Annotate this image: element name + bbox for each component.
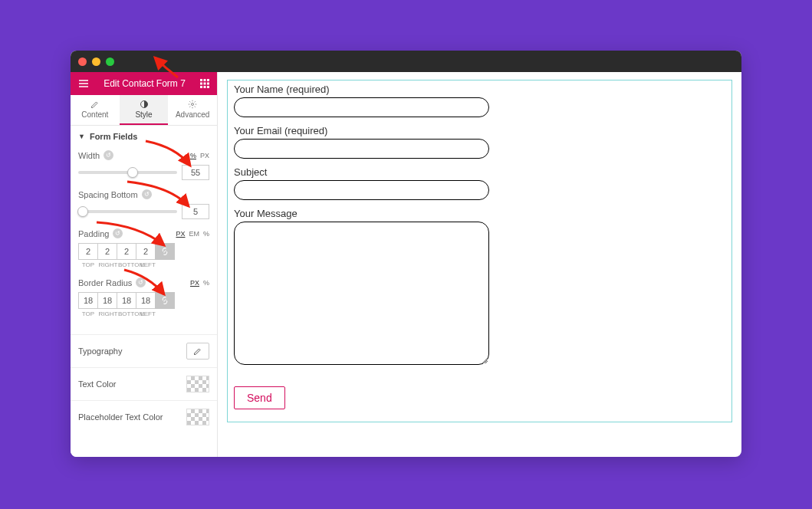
svg-rect-5 xyxy=(207,83,209,85)
reset-icon[interactable]: ↺ xyxy=(142,189,152,199)
sub-top: TOP xyxy=(78,261,98,268)
svg-rect-1 xyxy=(204,79,206,81)
edit-typography-button[interactable] xyxy=(186,343,209,360)
tab-label: Style xyxy=(135,110,152,119)
preview-area: ‹ Your Name (required) Your Email (requi… xyxy=(218,72,741,457)
editor-sidebar: Edit Contact Form 7 Content Style Advanc… xyxy=(71,72,218,457)
unit-percent[interactable]: % xyxy=(203,230,209,238)
panel-tabs: Content Style Advanced xyxy=(71,95,217,126)
field-label-message: Your Message xyxy=(234,208,725,219)
caret-down-icon: ▼ xyxy=(78,133,85,140)
unit-px[interactable]: PX xyxy=(190,279,199,287)
name-input[interactable] xyxy=(234,97,489,117)
svg-rect-2 xyxy=(207,79,209,81)
svg-rect-8 xyxy=(207,86,209,88)
tab-advanced[interactable]: Advanced xyxy=(168,95,217,125)
padding-bottom-input[interactable]: 2 xyxy=(117,243,136,260)
unit-percent[interactable]: % xyxy=(203,279,209,287)
radius-left-input[interactable]: 18 xyxy=(136,292,156,309)
sidebar-title: Edit Contact Form 7 xyxy=(104,78,186,89)
row-label: Placeholder Text Color xyxy=(78,412,163,422)
message-textarea[interactable] xyxy=(234,222,489,365)
padding-right-input[interactable]: 2 xyxy=(97,243,117,260)
svg-rect-3 xyxy=(200,83,202,85)
control-width: Width ↺ % PX 55 xyxy=(78,150,209,180)
sub-bottom: BOTTOM xyxy=(118,261,138,268)
field-label-email: Your Email (required) xyxy=(234,125,725,136)
row-text-color[interactable]: Text Color xyxy=(71,367,217,400)
row-label: Text Color xyxy=(78,379,117,389)
reset-icon[interactable]: ↺ xyxy=(104,150,113,160)
svg-rect-7 xyxy=(204,86,206,88)
section-title: Form Fields xyxy=(90,132,137,141)
control-label: Border Radius xyxy=(78,278,132,287)
window-minimize-button[interactable] xyxy=(92,57,100,66)
row-label: Typography xyxy=(78,346,122,356)
widget-selection[interactable]: Your Name (required) Your Email (require… xyxy=(227,80,732,422)
sub-left: LEFT xyxy=(138,261,158,268)
reset-icon[interactable]: ↺ xyxy=(136,277,146,287)
tab-content[interactable]: Content xyxy=(71,95,120,125)
padding-left-input[interactable]: 2 xyxy=(136,243,156,260)
width-slider[interactable] xyxy=(78,167,177,178)
svg-rect-0 xyxy=(200,79,202,81)
unit-em[interactable]: EM xyxy=(189,230,199,238)
row-typography[interactable]: Typography xyxy=(71,334,217,367)
unit-px[interactable]: PX xyxy=(200,152,209,159)
subject-input[interactable] xyxy=(234,180,489,200)
sub-right: RIGHT xyxy=(98,261,118,268)
control-spacing-bottom: Spacing Bottom ↺ 5 xyxy=(78,189,209,219)
link-values-button[interactable] xyxy=(155,243,175,260)
padding-top-input[interactable]: 2 xyxy=(78,243,98,260)
reset-icon[interactable]: ↺ xyxy=(113,228,123,238)
svg-rect-6 xyxy=(200,86,202,88)
field-label-name: Your Name (required) xyxy=(234,84,725,95)
control-padding: Padding ↺ PX EM % 2 2 2 2 xyxy=(78,228,209,268)
menu-icon[interactable] xyxy=(78,78,89,89)
sub-left: LEFT xyxy=(138,310,158,317)
control-label: Padding xyxy=(78,229,109,238)
svg-point-10 xyxy=(192,103,194,106)
radius-right-input[interactable]: 18 xyxy=(97,292,117,309)
unit-px[interactable]: PX xyxy=(176,230,185,238)
section-form-fields[interactable]: ▼ Form Fields xyxy=(71,126,217,147)
sub-right: RIGHT xyxy=(98,310,118,317)
control-border-radius: Border Radius ↺ PX % 18 18 18 18 xyxy=(78,277,209,317)
spacing-slider[interactable] xyxy=(78,206,177,217)
tab-style[interactable]: Style xyxy=(120,95,169,125)
radius-top-input[interactable]: 18 xyxy=(78,292,98,309)
control-label: Width xyxy=(78,151,100,160)
tab-label: Advanced xyxy=(176,110,209,119)
send-button[interactable]: Send xyxy=(234,386,285,409)
sub-bottom: BOTTOM xyxy=(118,310,138,317)
control-label: Spacing Bottom xyxy=(78,190,138,199)
unit-percent[interactable]: % xyxy=(190,152,196,159)
window-zoom-button[interactable] xyxy=(106,57,114,66)
window-close-button[interactable] xyxy=(78,57,87,66)
width-value-input[interactable]: 55 xyxy=(182,165,209,180)
color-swatch-transparent[interactable] xyxy=(186,376,209,392)
field-label-subject: Subject xyxy=(234,166,725,178)
row-placeholder-color[interactable]: Placeholder Text Color xyxy=(71,400,217,433)
radius-bottom-input[interactable]: 18 xyxy=(117,292,136,309)
color-swatch-transparent[interactable] xyxy=(186,409,209,425)
tab-label: Content xyxy=(81,110,108,119)
app-window: Edit Contact Form 7 Content Style Advanc… xyxy=(71,51,741,457)
link-values-button[interactable] xyxy=(155,292,175,309)
widgets-grid-icon[interactable] xyxy=(200,79,209,88)
sidebar-header: Edit Contact Form 7 xyxy=(71,72,217,95)
svg-rect-4 xyxy=(204,83,206,85)
window-titlebar xyxy=(71,51,741,72)
spacing-value-input[interactable]: 5 xyxy=(182,204,209,219)
email-input[interactable] xyxy=(234,139,489,159)
sub-top: TOP xyxy=(78,310,98,317)
